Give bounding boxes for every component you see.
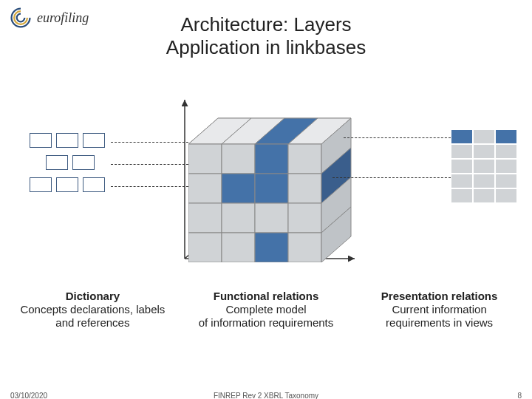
dict-box bbox=[83, 133, 105, 148]
footer-center: FINREP Rev 2 XBRL Taxonomy bbox=[0, 392, 532, 399]
svg-rect-23 bbox=[288, 233, 321, 262]
label-desc: of information requirements bbox=[185, 316, 348, 330]
label-functional: Functional relations Complete model of i… bbox=[185, 290, 348, 330]
label-desc: requirements in views bbox=[358, 316, 521, 330]
dict-box bbox=[46, 155, 68, 170]
title-line-1: Architecture: Layers bbox=[180, 13, 351, 35]
labels-row: Dictionary Concepts declarations, labels… bbox=[0, 290, 532, 330]
svg-rect-18 bbox=[255, 203, 288, 233]
label-heading: Dictionary bbox=[11, 290, 174, 303]
label-desc: Complete model bbox=[185, 303, 348, 316]
connector-line bbox=[111, 186, 188, 187]
presentation-table bbox=[451, 129, 517, 203]
svg-rect-15 bbox=[288, 174, 321, 203]
svg-rect-10 bbox=[255, 144, 288, 174]
svg-rect-17 bbox=[222, 203, 255, 233]
connector-line bbox=[344, 137, 451, 138]
svg-rect-21 bbox=[222, 233, 255, 262]
dict-box bbox=[56, 177, 78, 192]
label-heading: Functional relations bbox=[185, 290, 348, 303]
svg-rect-20 bbox=[188, 233, 222, 262]
svg-rect-13 bbox=[222, 174, 255, 203]
label-presentation: Presentation relations Current informati… bbox=[358, 290, 521, 330]
cube-icon bbox=[188, 107, 355, 265]
diagram bbox=[0, 89, 532, 281]
svg-rect-8 bbox=[188, 144, 222, 174]
dict-box bbox=[30, 177, 52, 192]
svg-rect-14 bbox=[255, 174, 288, 203]
svg-rect-19 bbox=[288, 203, 321, 233]
svg-rect-22 bbox=[255, 233, 288, 262]
label-desc: Concepts declarations, labels and refere… bbox=[11, 303, 174, 330]
dict-box bbox=[83, 177, 105, 192]
footer-page: 8 bbox=[517, 392, 522, 399]
svg-rect-16 bbox=[188, 203, 222, 233]
label-desc: Current information bbox=[358, 303, 521, 316]
connector-line bbox=[111, 164, 188, 165]
title-line-2: Application in linkbases bbox=[166, 36, 366, 58]
page-title: Architecture: Layers Application in link… bbox=[0, 13, 532, 59]
label-heading: Presentation relations bbox=[358, 290, 521, 303]
connector-line bbox=[332, 177, 451, 178]
svg-rect-11 bbox=[288, 144, 321, 174]
dictionary-boxes bbox=[30, 133, 105, 200]
svg-rect-9 bbox=[222, 144, 255, 174]
svg-rect-12 bbox=[188, 174, 222, 203]
dict-box bbox=[56, 133, 78, 148]
label-dictionary: Dictionary Concepts declarations, labels… bbox=[11, 290, 174, 330]
connector-line bbox=[111, 142, 188, 143]
dict-box bbox=[72, 155, 95, 170]
dict-box bbox=[30, 133, 52, 148]
